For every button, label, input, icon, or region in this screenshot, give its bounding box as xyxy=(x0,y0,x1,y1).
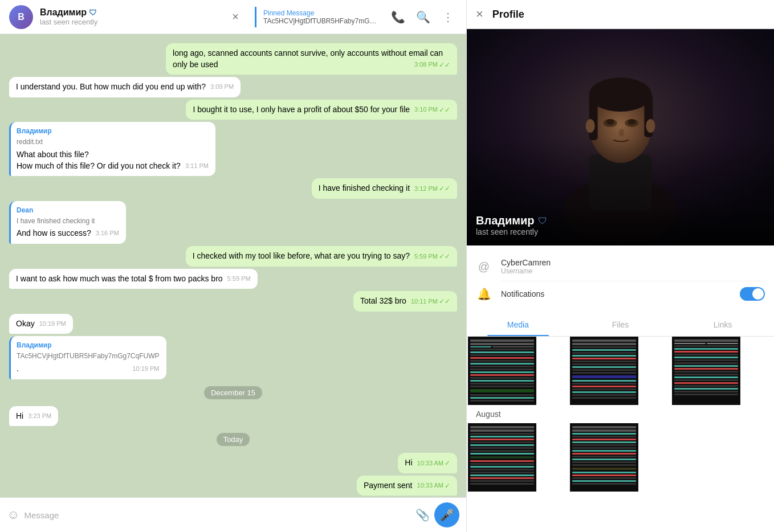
message-row: I have finished checking it 3:12 PM ✓✓ xyxy=(9,178,457,199)
date-separator: Today xyxy=(9,428,457,451)
at-icon: @ xyxy=(476,260,492,273)
message-bubble: Hi 3:23 PM xyxy=(9,406,58,427)
contact-name: Владимир 🛡 xyxy=(40,7,225,18)
message-row: I checked with my tool like before, what… xyxy=(9,246,457,267)
message-bubble: I understand you. But how much did you e… xyxy=(9,77,241,97)
reply-header: Dean xyxy=(17,206,119,215)
profile-photo: Владимир 🛡 last seen recently xyxy=(467,29,774,245)
profile-verified-icon: 🛡 xyxy=(538,216,547,226)
pinned-label: Pinned Message xyxy=(263,9,377,17)
emoji-button[interactable]: ☺ xyxy=(7,508,19,522)
username-content: CyberCamren Username xyxy=(501,258,765,275)
message-bubble: I have finished checking it 3:12 PM ✓✓ xyxy=(312,178,457,199)
messages-area: long ago, scanned accounts cannot surviv… xyxy=(0,34,466,497)
chat-header: В Владимир 🛡 last seen recently × Pinned… xyxy=(0,0,466,34)
pinned-text: TAс5HCVjHgtDfTUBR5HFaby7mGg7... xyxy=(263,17,377,25)
message-row: long ago, scanned accounts cannot surviv… xyxy=(9,43,457,75)
message-row: Okay 10:19 PM xyxy=(9,314,457,334)
message-bubble: Total 32$ bro 10:11 PM ✓✓ xyxy=(353,291,457,312)
profile-name-row: Владимир 🛡 xyxy=(476,214,765,227)
notifications-content: Notifications xyxy=(501,289,731,298)
message-row: Hi 3:23 PM xyxy=(9,406,457,427)
message-bubble: Payment sent 10:33 AM ✓ xyxy=(357,476,457,496)
username-sublabel: Username xyxy=(501,267,765,275)
message-row: Dean I have finished checking it And how… xyxy=(9,201,457,244)
message-row: I understand you. But how much did you e… xyxy=(9,77,457,97)
media-thumbnail[interactable] xyxy=(570,337,638,405)
profile-status: last seen recently xyxy=(476,227,765,236)
profile-header: × Profile xyxy=(467,0,774,29)
reply-text: TAс5HCVjHgtDfTUBR5HFaby7mGg7CqFUWP xyxy=(17,351,160,361)
media-section: August xyxy=(467,337,774,492)
profile-name: Владимир xyxy=(476,214,535,227)
profile-title: Profile xyxy=(492,9,524,21)
date-badge: December 15 xyxy=(204,386,262,399)
date-separator: December 15 xyxy=(9,382,457,404)
media-grid-august xyxy=(468,423,773,492)
message-row: Hi 10:33 AM ✓ xyxy=(9,453,457,473)
bell-icon: 🔔 xyxy=(476,287,492,301)
search-icon[interactable]: 🔍 xyxy=(414,8,432,26)
media-tabs: Media Files Links xyxy=(467,313,774,337)
reply-text: reddit.txt xyxy=(17,137,209,147)
notifications-toggle[interactable] xyxy=(740,287,765,301)
username-label: CyberCamren xyxy=(501,258,765,267)
media-month-label: August xyxy=(467,405,774,423)
media-thumbnail[interactable] xyxy=(672,337,740,405)
message-bubble: Okay 10:19 PM xyxy=(9,314,73,334)
voice-message-button[interactable]: 🎤 xyxy=(434,502,459,527)
message-bubble: I bought it to use, I only have a profit… xyxy=(186,100,457,120)
reply-header: Владимир xyxy=(17,126,209,136)
tab-files[interactable]: Files xyxy=(569,313,672,336)
message-bubble: I checked with my tool like before, what… xyxy=(186,246,457,267)
pinned-message[interactable]: Pinned Message TAс5HCVjHgtDfTUBR5HFaby7m… xyxy=(255,7,384,27)
message-bubble: I want to ask how much was the total $ f… xyxy=(9,269,258,289)
username-row: @ CyberCamren Username xyxy=(476,252,765,281)
message-bubble: Dean I have finished checking it And how… xyxy=(9,201,126,244)
header-icons: 📞 🔍 ⋮ xyxy=(389,8,457,26)
message-input[interactable] xyxy=(24,508,411,522)
message-input-area: ☺ 📎 🎤 xyxy=(0,497,466,532)
toggle-knob xyxy=(752,288,764,300)
close-chat-button[interactable]: × xyxy=(225,7,246,27)
message-bubble: Hi 10:33 AM ✓ xyxy=(398,453,457,473)
notifications-label: Notifications xyxy=(501,289,731,298)
media-thumbnail[interactable] xyxy=(468,423,536,492)
profile-photo-overlay: Владимир 🛡 last seen recently xyxy=(467,205,774,245)
tab-media[interactable]: Media xyxy=(467,313,569,336)
profile-info: @ CyberCamren Username 🔔 Notifications xyxy=(467,245,774,313)
contact-status: last seen recently xyxy=(40,18,225,26)
media-thumbnail[interactable] xyxy=(468,337,536,405)
media-thumbnail[interactable] xyxy=(570,423,638,492)
more-options-icon[interactable]: ⋮ xyxy=(439,8,457,26)
message-row: Payment sent 10:33 AM ✓ xyxy=(9,476,457,496)
message-row: Владимир reddit.txt What about this file… xyxy=(9,122,457,176)
contact-info: Владимир 🛡 last seen recently xyxy=(40,7,225,26)
message-row: Total 32$ bro 10:11 PM ✓✓ xyxy=(9,291,457,312)
media-grid xyxy=(468,337,773,405)
reply-header: Владимир xyxy=(17,341,160,350)
message-row: Владимир TAс5HCVjHgtDfTUBR5HFaby7mGg7CqF… xyxy=(9,336,457,379)
verified-icon: 🛡 xyxy=(89,8,97,17)
phone-icon[interactable]: 📞 xyxy=(389,8,407,26)
reply-text: I have finished checking it xyxy=(17,216,119,226)
message-bubble: long ago, scanned accounts cannot surviv… xyxy=(166,43,457,75)
date-badge-today: Today xyxy=(217,433,250,446)
notifications-row: 🔔 Notifications xyxy=(476,281,765,306)
attach-button[interactable]: 📎 xyxy=(415,508,430,522)
tab-links[interactable]: Links xyxy=(671,313,774,336)
message-row: I bought it to use, I only have a profit… xyxy=(9,100,457,120)
message-row: I want to ask how much was the total $ f… xyxy=(9,269,457,289)
close-profile-button[interactable]: × xyxy=(476,7,483,22)
message-bubble: Владимир reddit.txt What about this file… xyxy=(9,122,215,176)
message-bubble: Владимир TAс5HCVjHgtDfTUBR5HFaby7mGg7CqF… xyxy=(9,336,166,379)
contact-avatar[interactable]: В xyxy=(9,5,33,29)
chat-panel: В Владимир 🛡 last seen recently × Pinned… xyxy=(0,0,466,532)
profile-panel: × Profile xyxy=(466,0,774,532)
